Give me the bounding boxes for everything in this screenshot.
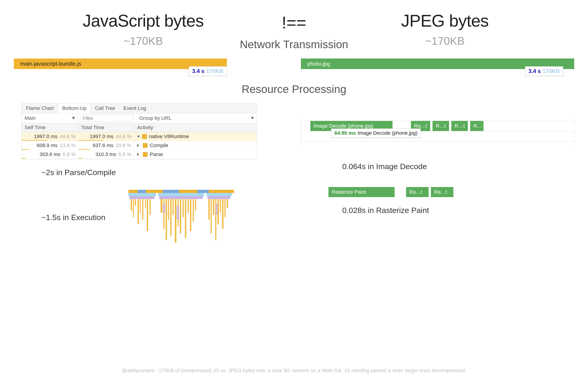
svg-rect-14 xyxy=(140,199,141,213)
chevron-down-icon xyxy=(72,117,75,119)
rasterize-trace: Rasterize Paint Ra…t Ra…t xyxy=(328,187,492,197)
svg-rect-10 xyxy=(131,199,132,210)
flame-chart-thumbnail xyxy=(128,190,234,245)
svg-rect-15 xyxy=(142,199,143,220)
svg-rect-31 xyxy=(190,199,191,231)
svg-rect-1 xyxy=(138,190,146,193)
filter-input[interactable] xyxy=(81,115,134,122)
trace-tooltip: 64.90 msImage Decode (phone.jpg) xyxy=(331,129,421,138)
section-processing: Resource Processing xyxy=(14,83,574,95)
network-row: main-javascript-bundle.js 3.4 s170KB pho… xyxy=(14,58,574,69)
svg-rect-19 xyxy=(161,199,162,213)
col-total-time: Total Time xyxy=(79,123,134,132)
network-tooltip-jpeg: 3.4 s170KB xyxy=(525,66,563,76)
image-decode-trace: Image Decode (phone.jpg) Ra…t R…t R…t R…… xyxy=(301,119,574,146)
expand-icon[interactable] xyxy=(137,144,141,147)
svg-rect-43 xyxy=(163,204,165,213)
takeaway-execution: ~1.5s in Execution xyxy=(41,213,105,222)
svg-rect-45 xyxy=(216,204,218,215)
svg-rect-32 xyxy=(193,199,194,222)
svg-rect-12 xyxy=(135,199,136,206)
takeaway-decode: 0.064s in Image Decode xyxy=(342,162,574,171)
takeaway-raster: 0.028s in Rasterize Paint xyxy=(342,206,574,215)
tab-call-tree[interactable]: Call Tree xyxy=(91,103,119,113)
tab-bottom-up[interactable]: Bottom-Up xyxy=(58,103,91,113)
credit-line: @addyosmani - 170KB of (compressed) JS v… xyxy=(0,368,588,374)
trace-segment: Rasterize Paint xyxy=(328,187,395,197)
svg-rect-13 xyxy=(138,199,139,224)
group-by-label: Group by URL xyxy=(139,115,172,121)
svg-rect-44 xyxy=(177,206,179,220)
expand-icon[interactable] xyxy=(137,153,141,156)
svg-rect-24 xyxy=(172,199,174,215)
svg-rect-35 xyxy=(211,199,212,233)
svg-rect-27 xyxy=(180,199,181,233)
svg-rect-8 xyxy=(159,196,203,199)
svg-rect-6 xyxy=(206,193,232,196)
expand-icon[interactable] xyxy=(137,136,140,138)
network-tooltip-js: 3.4 s170KB xyxy=(189,66,227,76)
col-self-time: Self Time xyxy=(22,123,79,132)
chevron-down-icon xyxy=(251,117,254,119)
title-jpeg: JPEG bytes xyxy=(316,11,574,31)
trace-segment: R…t xyxy=(432,121,449,131)
tab-event-log[interactable]: Event Log xyxy=(119,103,150,113)
trace-tooltip-label: Image Decode (phone.jpg) xyxy=(358,130,418,136)
svg-rect-41 xyxy=(224,199,225,217)
svg-rect-34 xyxy=(208,199,210,220)
network-size-jpeg: 170KB xyxy=(543,68,560,74)
svg-rect-5 xyxy=(158,193,204,196)
col-activity: Activity xyxy=(134,123,257,132)
network-size-js: 170KB xyxy=(206,68,223,74)
title-js: JavaScript bytes xyxy=(14,11,273,31)
takeaway-parse-compile: ~2s in Parse/Compile xyxy=(41,168,287,177)
svg-rect-3 xyxy=(197,190,209,193)
table-row[interactable]: 1997.0 ms44.6 % 1997.0 ms44.6 % native V… xyxy=(22,132,257,141)
size-js: ~170KB xyxy=(14,35,273,47)
svg-rect-39 xyxy=(220,199,221,213)
network-time-jpeg: 3.4 s xyxy=(528,68,541,74)
network-jpeg: photo.jpg 3.4 s170KB xyxy=(301,58,574,69)
table-row[interactable]: 303.6 ms6.8 % 310.3 ms6.9 % Parse xyxy=(22,150,257,159)
svg-rect-7 xyxy=(129,196,155,199)
group-by-select[interactable]: Group by URL xyxy=(136,113,257,123)
svg-rect-9 xyxy=(207,196,230,199)
svg-rect-28 xyxy=(182,199,184,217)
svg-rect-33 xyxy=(195,199,196,210)
svg-rect-30 xyxy=(188,199,189,213)
network-time-js: 3.4 s xyxy=(192,68,204,74)
trace-segment: Ra…t xyxy=(406,187,429,197)
svg-rect-17 xyxy=(147,199,148,231)
script-chip-icon xyxy=(143,143,147,148)
script-chip-icon xyxy=(143,152,147,157)
devtools-tabs: Flame Chart Bottom-Up Call Tree Event Lo… xyxy=(22,103,257,113)
not-equal-operator: !== xyxy=(282,13,306,32)
size-jpeg: ~170KB xyxy=(316,35,574,47)
table-row[interactable]: 608.9 ms13.6 % 937.6 ms20.9 % Compile xyxy=(22,141,257,150)
tab-flame-chart[interactable]: Flame Chart xyxy=(22,103,58,113)
svg-rect-20 xyxy=(163,199,164,229)
trace-segment: R… xyxy=(470,121,484,131)
thread-select-label: Main xyxy=(25,115,36,121)
trace-tooltip-ms: 64.90 ms xyxy=(334,130,356,136)
svg-rect-36 xyxy=(213,199,214,215)
svg-rect-22 xyxy=(168,199,169,220)
svg-rect-25 xyxy=(175,199,176,243)
svg-rect-23 xyxy=(170,199,172,236)
svg-rect-38 xyxy=(218,199,219,224)
svg-rect-4 xyxy=(128,193,156,196)
thread-select[interactable]: Main xyxy=(22,113,78,123)
svg-rect-42 xyxy=(227,199,228,208)
devtools-panel: Flame Chart Bottom-Up Call Tree Event Lo… xyxy=(21,103,257,159)
trace-segment: Ra…t xyxy=(431,187,453,197)
svg-rect-21 xyxy=(166,199,167,240)
svg-rect-11 xyxy=(133,199,134,217)
svg-rect-29 xyxy=(185,199,186,238)
svg-rect-16 xyxy=(145,199,146,208)
svg-rect-18 xyxy=(149,199,151,215)
trace-segment: R…t xyxy=(451,121,468,131)
svg-rect-40 xyxy=(222,199,223,229)
script-chip-icon xyxy=(142,134,147,139)
network-js: main-javascript-bundle.js 3.4 s170KB xyxy=(14,58,287,69)
svg-rect-2 xyxy=(163,190,179,193)
